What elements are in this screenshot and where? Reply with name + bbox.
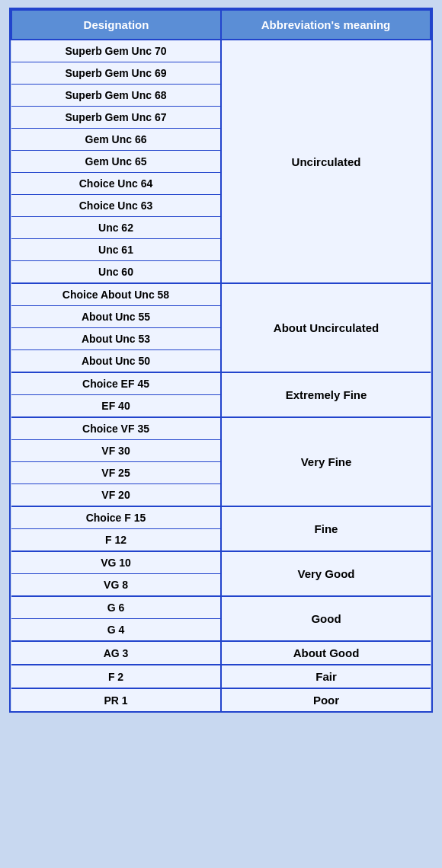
meaning-cell: Extremely Fine (221, 372, 431, 417)
designation-cell: G 6 (11, 596, 221, 619)
designation-cell: Gem Unc 65 (11, 151, 221, 173)
table-row: Superb Gem Unc 70Uncirculated (11, 40, 431, 62)
meaning-cell: Good (221, 596, 431, 641)
designation-cell: Superb Gem Unc 69 (11, 62, 221, 85)
designation-cell: F 2 (11, 665, 221, 688)
table-header: Designation Abbreviation's meaning (11, 10, 431, 40)
meaning-cell: Poor (221, 688, 431, 711)
table-row: Choice About Unc 58About Uncirculated (11, 283, 431, 306)
designation-cell: Unc 62 (11, 217, 221, 239)
meaning-cell: Uncirculated (221, 40, 431, 283)
designation-cell: EF 40 (11, 395, 221, 418)
header-designation: Designation (11, 10, 221, 40)
designation-cell: Gem Unc 66 (11, 129, 221, 151)
meaning-cell: Fine (221, 506, 431, 551)
table-row: AG 3About Good (11, 641, 431, 665)
designation-cell: About Unc 55 (11, 306, 221, 328)
designation-cell: Superb Gem Unc 68 (11, 85, 221, 107)
designation-cell: Choice About Unc 58 (11, 283, 221, 306)
designation-cell: Superb Gem Unc 67 (11, 107, 221, 129)
designation-cell: VF 25 (11, 462, 221, 484)
designation-cell: Superb Gem Unc 70 (11, 40, 221, 62)
meaning-cell: Fair (221, 665, 431, 688)
table-row: Choice VF 35Very Fine (11, 417, 431, 440)
designation-cell: Unc 60 (11, 261, 221, 284)
meaning-cell: Very Fine (221, 417, 431, 506)
table-row: VG 10Very Good (11, 551, 431, 574)
designation-cell: PR 1 (11, 688, 221, 711)
designation-cell: About Unc 53 (11, 328, 221, 350)
designation-cell: Choice F 15 (11, 506, 221, 529)
designation-cell: About Unc 50 (11, 350, 221, 373)
meaning-cell: About Uncirculated (221, 283, 431, 372)
designation-cell: VF 30 (11, 440, 221, 462)
designation-cell: Choice Unc 63 (11, 195, 221, 217)
designation-cell: G 4 (11, 619, 221, 642)
table-row: PR 1Poor (11, 688, 431, 711)
table-row: Choice EF 45Extremely Fine (11, 372, 431, 395)
meaning-cell: Very Good (221, 551, 431, 596)
designation-cell: Choice VF 35 (11, 417, 221, 440)
designation-cell: Choice Unc 64 (11, 173, 221, 195)
designation-cell: Unc 61 (11, 239, 221, 261)
designation-cell: Choice EF 45 (11, 372, 221, 395)
designation-cell: F 12 (11, 529, 221, 552)
meaning-cell: About Good (221, 641, 431, 665)
designation-cell: VG 8 (11, 574, 221, 597)
table-row: G 6Good (11, 596, 431, 619)
designation-cell: AG 3 (11, 641, 221, 665)
designation-cell: VF 20 (11, 484, 221, 507)
main-table: Designation Abbreviation's meaning Super… (9, 8, 433, 713)
designation-cell: VG 10 (11, 551, 221, 574)
header-abbreviation: Abbreviation's meaning (221, 10, 431, 40)
table-row: F 2Fair (11, 665, 431, 688)
table-row: Choice F 15Fine (11, 506, 431, 529)
